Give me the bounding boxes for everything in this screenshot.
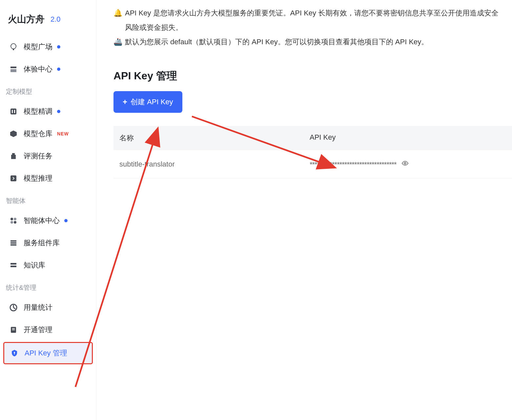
sidebar-item-label: 评测任务 [24, 151, 52, 161]
svg-rect-4 [10, 109, 16, 114]
sidebar-item-label: 模型精调 [24, 107, 52, 116]
page-title: API Key 管理 [96, 58, 512, 91]
sidebar-item-knowledge[interactable]: 知识库 [3, 255, 93, 275]
svg-point-10 [10, 221, 13, 224]
svg-point-11 [14, 221, 16, 224]
usage-icon [9, 303, 18, 312]
new-badge: NEW [57, 131, 69, 136]
svg-point-0 [11, 44, 16, 49]
plus-icon: + [123, 97, 127, 107]
version-badge: 2.0 [51, 15, 61, 24]
sidebar-item-apikey[interactable]: API Key 管理 [3, 342, 93, 364]
sidebar-item-evaluation[interactable]: 评测任务 [3, 146, 93, 166]
sidebar-item-label: 服务组件库 [24, 238, 60, 248]
components-icon [9, 239, 18, 247]
agent-icon [9, 216, 18, 225]
svg-rect-12 [10, 240, 16, 242]
svg-rect-7 [10, 175, 16, 181]
table-row: subtitle-translator ********************… [113, 150, 512, 178]
eye-icon[interactable] [401, 159, 409, 167]
sidebar-item-label: 智能体中心 [24, 216, 60, 226]
activation-icon [9, 326, 18, 334]
section-label-custom: 定制模型 [0, 81, 96, 99]
sidebar-item-components[interactable]: 服务组件库 [3, 233, 93, 253]
status-dot-icon [57, 110, 60, 113]
svg-rect-2 [10, 67, 16, 68]
sidebar-item-finetune[interactable]: 模型精调 [3, 101, 93, 122]
sidebar-item-label: 用量统计 [24, 303, 52, 312]
svg-rect-1 [13, 49, 14, 50]
key-masked-value: *********************************** [310, 160, 397, 169]
svg-point-8 [10, 218, 13, 220]
create-button-label: 创建 API Key [131, 97, 173, 107]
sidebar-item-label: 体验中心 [24, 64, 52, 74]
svg-point-23 [404, 162, 406, 164]
svg-rect-20 [12, 330, 15, 330]
svg-rect-13 [10, 242, 16, 244]
evaluation-icon [9, 152, 18, 160]
ship-icon: 🚢 [113, 35, 122, 49]
sidebar-item-label: 模型推理 [24, 173, 52, 183]
sidebar-item-label: 知识库 [24, 260, 45, 270]
warehouse-icon [9, 130, 18, 138]
svg-rect-19 [12, 328, 15, 329]
cell-key: *********************************** [310, 159, 506, 169]
banner-text-2: 默认为您展示 default（默认项目）下的 API Key。您可以切换项目查看… [125, 35, 428, 49]
info-banner: 🔔 API Key 是您请求火山方舟大模型服务的重要凭证。API Key 长期有… [96, 0, 512, 58]
svg-rect-3 [10, 69, 16, 72]
svg-rect-6 [14, 110, 15, 113]
create-api-key-button[interactable]: + 创建 API Key [113, 91, 182, 113]
section-label-agent: 智能体 [0, 190, 96, 209]
lightbulb-icon [9, 43, 18, 51]
sidebar-item-warehouse[interactable]: 模型仓库 NEW [3, 124, 93, 144]
status-dot-icon [57, 45, 60, 49]
svg-rect-22 [14, 353, 15, 354]
sidebar: 火山方舟 2.0 模型广场 体验中心 定制模型 模型精调 模型仓库 NEW [0, 0, 96, 420]
svg-rect-5 [12, 110, 13, 113]
cell-name: subtitle-translator [119, 160, 310, 169]
main-content: 🔔 API Key 是您请求火山方舟大模型服务的重要凭证。API Key 长期有… [96, 0, 512, 420]
sidebar-item-inference[interactable]: 模型推理 [3, 168, 93, 189]
col-header-key: API Key [310, 133, 506, 143]
brand-title: 火山方舟 [8, 13, 45, 26]
inference-icon [9, 174, 18, 183]
svg-point-9 [14, 218, 16, 220]
bell-icon: 🔔 [113, 6, 122, 20]
status-dot-icon [57, 68, 60, 71]
svg-rect-14 [10, 244, 16, 246]
sidebar-item-agent-center[interactable]: 智能体中心 [3, 210, 93, 231]
status-dot-icon [64, 219, 68, 222]
sidebar-item-usage[interactable]: 用量统计 [3, 297, 93, 318]
svg-rect-16 [10, 266, 16, 267]
sidebar-item-activation[interactable]: 开通管理 [3, 320, 93, 340]
sidebar-item-label: API Key 管理 [25, 348, 67, 358]
api-key-table: 名称 API Key subtitle-translator *********… [113, 126, 512, 178]
svg-rect-15 [10, 263, 16, 265]
knowledge-icon [9, 261, 18, 270]
finetune-icon [9, 107, 18, 116]
sidebar-item-label: 模型广场 [24, 42, 52, 52]
sidebar-item-model-square[interactable]: 模型广场 [3, 37, 93, 57]
sidebar-item-label: 开通管理 [24, 325, 52, 335]
sidebar-item-label: 模型仓库 [24, 129, 52, 139]
playground-icon [9, 65, 18, 73]
apikey-icon [10, 349, 19, 357]
sidebar-item-experience-center[interactable]: 体验中心 [3, 59, 93, 79]
table-header: 名称 API Key [113, 126, 512, 150]
col-header-name: 名称 [119, 133, 310, 143]
sidebar-header: 火山方舟 2.0 [0, 3, 96, 35]
banner-text-1: API Key 是您请求火山方舟大模型服务的重要凭证。API Key 长期有效，… [125, 6, 499, 35]
section-label-stats: 统计&管理 [0, 277, 96, 295]
